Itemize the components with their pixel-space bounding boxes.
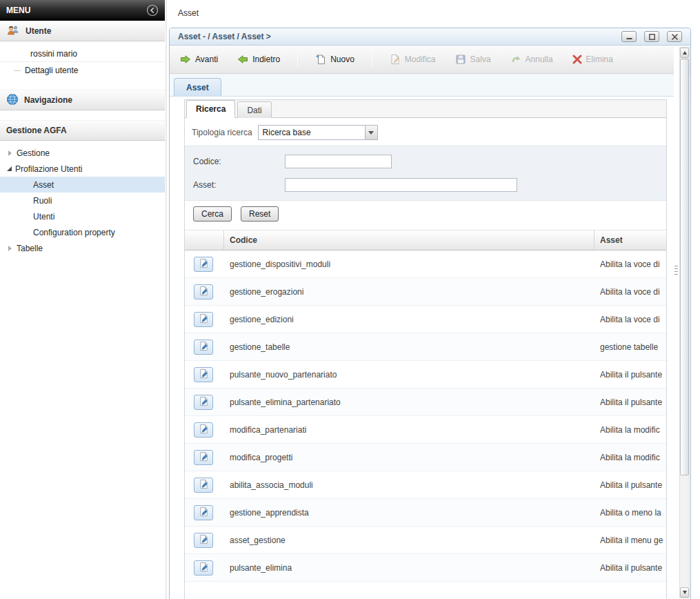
edit-pencil-icon — [199, 286, 209, 298]
tree-item-ruoli[interactable]: Ruoli — [0, 193, 165, 208]
window-titlebar[interactable]: Asset - / Asset / Asset > — [170, 28, 690, 46]
elimina-button[interactable]: Elimina — [570, 53, 615, 66]
row-asset-value: Abilita o meno la — [594, 508, 666, 518]
row-edit-button[interactable] — [194, 505, 213, 520]
row-edit-button[interactable] — [194, 257, 213, 272]
search-type-value: Ricerca base — [259, 128, 365, 137]
tree-item-configuration-property[interactable]: Configuration property — [0, 224, 165, 240]
asset-input[interactable] — [285, 178, 517, 192]
scrollbar-thumb[interactable] — [680, 59, 689, 475]
row-edit-button[interactable] — [194, 284, 213, 300]
table-row[interactable]: pulsante_nuovo_partenariato Abilita il p… — [185, 361, 666, 389]
table-row[interactable]: modifica_progetti Abilita la modific — [185, 444, 666, 471]
row-actions-cell — [185, 340, 224, 355]
table-row[interactable]: gestione_edizioni Abilita la voce di — [185, 306, 666, 333]
row-edit-button[interactable] — [194, 478, 213, 493]
codice-input[interactable] — [285, 155, 392, 168]
gestione-agfa-panel-header[interactable]: Gestione AGFA — [0, 120, 165, 141]
row-codice-value: gestione_apprendista — [224, 508, 594, 518]
row-asset-value: Abilita la modific — [594, 425, 666, 435]
elimina-label: Elimina — [586, 55, 613, 64]
navigation-panel-header[interactable]: Navigazione — [0, 90, 165, 110]
menu-bar: MENU — [0, 0, 165, 21]
row-actions-cell — [185, 257, 224, 272]
tree-elbow-line — [14, 70, 21, 71]
tab-asset[interactable]: Asset — [174, 78, 221, 96]
avanti-label: Avanti — [195, 55, 218, 64]
edit-pencil-icon — [199, 341, 209, 353]
combo-trigger-button[interactable] — [365, 126, 377, 139]
avanti-button[interactable]: Avanti — [178, 52, 220, 66]
row-edit-button[interactable] — [194, 533, 213, 548]
user-panel-title: Utente — [26, 26, 51, 36]
table-row[interactable]: gestione_erogazioni Abilita la voce di — [185, 278, 666, 306]
grid-header-asset[interactable]: Asset — [594, 230, 666, 250]
menu-title: MENU — [6, 6, 30, 15]
table-row[interactable]: pulsante_elimina_partenariato Abilita il… — [185, 389, 666, 416]
row-codice-value: gestione_erogazioni — [224, 287, 594, 297]
row-edit-button[interactable] — [194, 312, 213, 327]
row-edit-button[interactable] — [194, 367, 213, 382]
annulla-button[interactable]: Annulla — [508, 52, 555, 66]
app-root: MENU Utente rossini mario Dettagli utent… — [0, 0, 700, 599]
tree-item-tabelle[interactable]: Tabelle — [0, 240, 165, 256]
chevron-right-icon — [8, 150, 12, 156]
arrow-down-icon — [683, 591, 687, 594]
tree-item-asset[interactable]: Asset — [0, 177, 165, 193]
sidebar-spacer — [0, 110, 165, 120]
scroll-up-button[interactable] — [680, 48, 689, 58]
row-edit-button[interactable] — [194, 560, 213, 576]
table-row[interactable]: abilita_associa_moduli Abilita il pulsan… — [185, 471, 666, 499]
table-row[interactable]: modifica_partenariati Abilita la modific — [185, 416, 666, 444]
subtab-ricerca-label: Ricerca — [196, 104, 226, 114]
cerca-button[interactable]: Cerca — [193, 206, 232, 222]
edit-pencil-icon — [199, 479, 209, 491]
tree-item-gestione[interactable]: Gestione — [0, 145, 165, 161]
scroll-down-button[interactable] — [680, 587, 689, 598]
close-button[interactable] — [667, 31, 682, 42]
indietro-button[interactable]: Indietro — [235, 52, 282, 66]
gestione-agfa-panel-title: Gestione AGFA — [6, 126, 67, 135]
modifica-label: Modifica — [405, 55, 436, 64]
table-row[interactable]: gestione_apprendista Abilita o meno la — [185, 499, 666, 527]
indietro-label: Indietro — [252, 55, 280, 64]
outer-tab-asset[interactable]: Asset — [178, 8, 199, 18]
table-row[interactable]: pulsante_elimina Abilita il pulsante — [185, 554, 666, 582]
reset-button[interactable]: Reset — [241, 206, 279, 222]
user-icon — [6, 24, 20, 39]
row-edit-button[interactable] — [194, 422, 213, 438]
tree-item-profilazione-utenti[interactable]: Profilazione Utenti — [0, 161, 165, 177]
search-type-combobox[interactable]: Ricerca base — [258, 125, 378, 140]
chevron-expanded-icon — [7, 166, 12, 171]
nuovo-button[interactable]: Nuovo — [313, 52, 357, 66]
asset-window: Asset - / Asset / Asset > — [169, 28, 691, 599]
subtab-dati-label: Dati — [247, 106, 261, 115]
search-buttons-row: Cerca Reset — [185, 201, 666, 227]
tree-item-utenti[interactable]: Utenti — [0, 208, 165, 224]
row-edit-button[interactable] — [194, 395, 213, 410]
vertical-scrollbar[interactable] — [679, 47, 690, 598]
edit-pencil-icon — [199, 534, 209, 547]
subtab-dati[interactable]: Dati — [237, 101, 271, 118]
sidebar: MENU Utente rossini mario Dettagli utent… — [0, 0, 165, 599]
east-splitter[interactable] — [674, 47, 679, 599]
toolbar-separator — [297, 52, 298, 67]
maximize-button[interactable] — [644, 31, 659, 42]
subtab-ricerca[interactable]: Ricerca — [186, 100, 235, 118]
sidebar-collapse-button[interactable] — [146, 4, 159, 17]
modifica-button[interactable]: Modifica — [388, 52, 438, 66]
minimize-button[interactable] — [621, 31, 637, 42]
table-row[interactable]: gestione_tabelle gestione tabelle — [185, 333, 666, 361]
row-edit-button[interactable] — [194, 340, 213, 355]
user-details-item[interactable]: Dettagli utente — [0, 62, 165, 79]
table-row[interactable]: gestione_dispositivi_moduli Abilita la v… — [185, 251, 666, 278]
row-codice-value: gestione_edizioni — [224, 315, 594, 324]
salva-button[interactable]: Salva — [453, 52, 493, 66]
row-edit-button[interactable] — [194, 450, 213, 465]
table-row[interactable]: asset_gestione Abilita il menu ge — [185, 527, 666, 554]
user-panel-header[interactable]: Utente — [0, 21, 165, 41]
grid-header-actions[interactable] — [185, 230, 224, 250]
splitter-grip-icon — [674, 266, 678, 276]
grid-header-codice[interactable]: Codice — [224, 230, 594, 250]
outer-tabbar: Asset — [167, 0, 700, 26]
